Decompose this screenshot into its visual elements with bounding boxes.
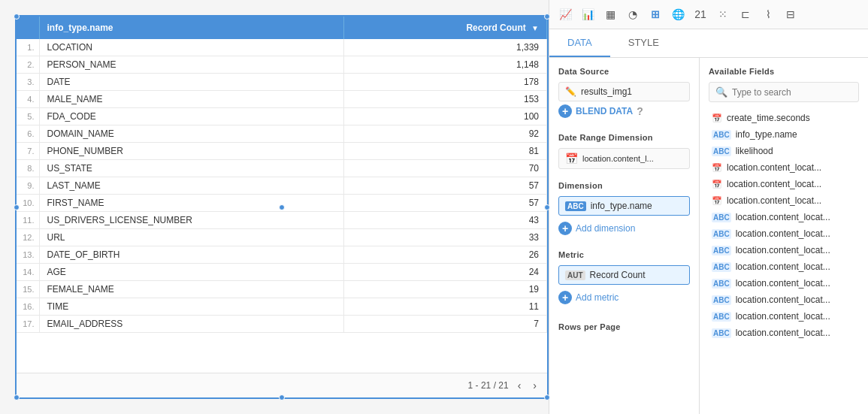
date-range-box[interactable]: 📅 location.content_l... <box>558 148 690 169</box>
data-pane: Data Source ✏️ results_img1 + BLEND DATA… <box>549 58 700 414</box>
blend-label: BLEND DATA <box>576 106 633 116</box>
resize-handle-tr[interactable] <box>544 14 550 20</box>
area-chart-icon[interactable]: ⌇ <box>758 5 778 24</box>
dimension-label: Dimension <box>558 181 690 190</box>
available-fields-label: Available Fields <box>709 67 859 76</box>
field-item[interactable]: ABClocation.content_locat... <box>709 225 859 242</box>
add-metric-button[interactable]: + Add metric <box>558 288 618 307</box>
search-input[interactable] <box>732 87 852 98</box>
blend-data-button[interactable]: + BLEND DATA ? <box>558 101 643 121</box>
row-number: 17. <box>17 316 39 333</box>
col-name-label: info_type.name <box>47 23 113 33</box>
resize-handle-bl[interactable] <box>14 394 20 400</box>
help-icon[interactable]: ? <box>637 105 643 117</box>
table-row: 5. FDA_CODE 100 <box>17 108 547 125</box>
calendar-field-icon: 📅 <box>712 113 722 123</box>
row-name: FIRST_NAME <box>39 195 343 212</box>
col-name-header[interactable]: info_type.name <box>39 17 343 39</box>
resize-handle-tl[interactable] <box>14 14 20 20</box>
next-page-button[interactable]: › <box>530 378 540 393</box>
number-icon[interactable]: 21 <box>691 5 710 24</box>
field-item[interactable]: ABCinfo_type.name <box>709 126 859 143</box>
field-item[interactable]: 📅location.content_locat... <box>709 176 859 192</box>
table-icon[interactable]: ⊞ <box>646 5 665 24</box>
field-item[interactable]: ABClocation.content_locat... <box>709 242 859 258</box>
row-name: EMAIL_ADDRESS <box>39 316 343 333</box>
resize-handle-center[interactable] <box>279 204 285 210</box>
field-item[interactable]: ABClocation.content_locat... <box>709 258 859 275</box>
panel-content: Data Source ✏️ results_img1 + BLEND DATA… <box>549 58 868 414</box>
row-number: 8. <box>17 160 39 177</box>
table-row: 15. FEMALE_NAME 19 <box>17 281 547 298</box>
field-item[interactable]: ABClikelihood <box>709 143 859 159</box>
table-row: 12. URL 33 <box>17 229 547 246</box>
metric-label: Metric <box>558 250 690 259</box>
row-name: DATE <box>39 74 343 91</box>
table-row: 2. PERSON_NAME 1,148 <box>17 56 547 74</box>
field-item[interactable]: 📅create_time.seconds <box>709 110 859 126</box>
blend-plus-icon: + <box>558 104 572 118</box>
row-number: 5. <box>17 108 39 125</box>
row-count: 57 <box>343 177 546 195</box>
field-item[interactable]: 📅location.content_locat... <box>709 159 859 176</box>
resize-handle-bm[interactable] <box>279 394 285 400</box>
add-dimension-button[interactable]: + Add dimension <box>558 219 635 238</box>
resize-handle-br[interactable] <box>544 394 550 400</box>
line-chart-icon[interactable]: 📈 <box>555 5 575 24</box>
field-name: location.content_locat... <box>736 212 830 222</box>
field-item[interactable]: ABClocation.content_locat... <box>709 292 859 308</box>
stacked-bar-icon[interactable]: ▦ <box>600 5 620 24</box>
pivot-icon[interactable]: ⊟ <box>781 5 800 24</box>
row-count: 7 <box>343 316 546 333</box>
pie-chart-icon[interactable]: ◔ <box>623 5 643 24</box>
date-range-section: Date Range Dimension 📅 location.content_… <box>558 133 690 169</box>
panel-tabs: DATA STYLE <box>549 29 868 58</box>
tab-data[interactable]: DATA <box>549 29 610 57</box>
row-number: 10. <box>17 195 39 212</box>
prev-page-button[interactable]: ‹ <box>515 378 525 393</box>
row-number: 14. <box>17 264 39 281</box>
abc-field-icon: ABC <box>712 130 731 140</box>
data-source-row[interactable]: ✏️ results_img1 <box>558 82 690 101</box>
add-dimension-label: Add dimension <box>576 223 635 234</box>
dimension-section: Dimension ABC info_type.name + Add dimen… <box>558 181 690 238</box>
field-item[interactable]: 📅location.content_locat... <box>709 192 859 209</box>
col-count-header[interactable]: Record Count ▼ <box>343 17 546 39</box>
table-row: 17. EMAIL_ADDRESS 7 <box>17 316 547 333</box>
resize-handle-mr[interactable] <box>544 204 550 210</box>
metric-value: Record Count <box>590 270 646 280</box>
col-count-label: Record Count <box>466 23 525 33</box>
field-item[interactable]: ABClocation.content_locat... <box>709 275 859 292</box>
row-count: 1,339 <box>343 39 546 56</box>
bar-chart-icon[interactable]: 📊 <box>578 5 597 24</box>
scatter-icon[interactable]: ⁙ <box>713 5 733 24</box>
row-count: 92 <box>343 125 546 143</box>
field-item[interactable]: ABClocation.content_locat... <box>709 325 859 341</box>
row-count: 19 <box>343 281 546 298</box>
row-count: 81 <box>343 143 546 160</box>
row-name: FEMALE_NAME <box>39 281 343 298</box>
date-range-label: Date Range Dimension <box>558 133 690 142</box>
globe-icon[interactable]: 🌐 <box>668 5 688 24</box>
resize-handle-ml[interactable] <box>14 204 20 210</box>
field-item[interactable]: ABClocation.content_locat... <box>709 209 859 225</box>
metric-chip[interactable]: AUT Record Count <box>558 265 690 285</box>
date-range-value: location.content_l... <box>582 154 654 163</box>
chart-type-bar: 📈 📊 ▦ ◔ ⊞ 🌐 21 ⁙ ⊏ ⌇ ⊟ <box>549 0 868 29</box>
table-row: 4. MALE_NAME 153 <box>17 91 547 108</box>
dimension-chip[interactable]: ABC info_type.name <box>558 196 690 216</box>
search-row: 🔍 <box>709 82 859 102</box>
tab-style[interactable]: STYLE <box>610 29 677 57</box>
row-count: 24 <box>343 264 546 281</box>
field-name: location.content_locat... <box>727 162 821 173</box>
tree-icon[interactable]: ⊏ <box>736 5 755 24</box>
field-name: location.content_locat... <box>736 228 830 239</box>
table-row: 8. US_STATE 70 <box>17 160 547 177</box>
dimension-value: info_type.name <box>591 201 652 211</box>
add-metric-label: Add metric <box>576 292 618 303</box>
rows-per-page-label: Rows per Page <box>558 322 690 331</box>
pagination-text: 1 - 21 / 21 <box>468 380 509 391</box>
field-name: location.content_locat... <box>727 195 821 206</box>
field-item[interactable]: ABClocation.content_locat... <box>709 308 859 325</box>
row-count: 43 <box>343 212 546 229</box>
